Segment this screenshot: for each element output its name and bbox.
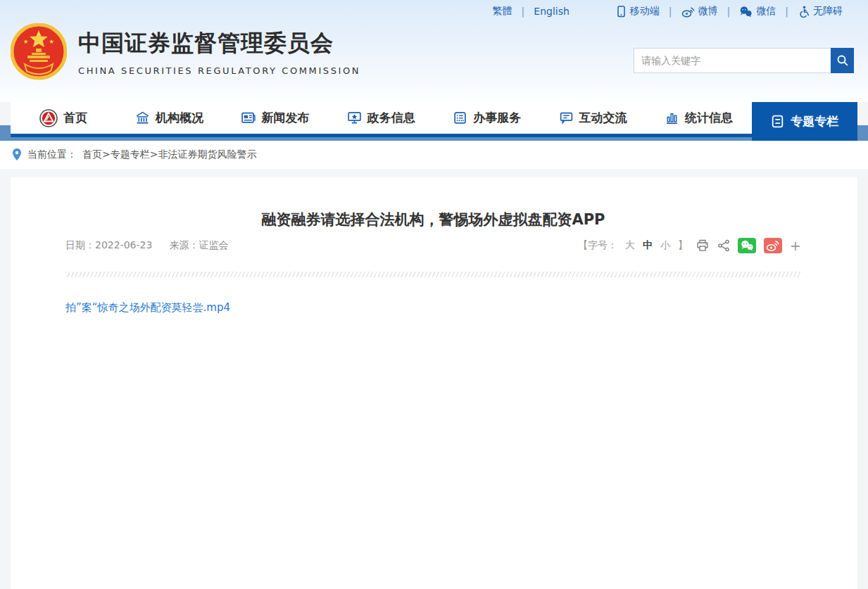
special-topics-icon: [770, 114, 785, 129]
font-size-small-button[interactable]: 小: [660, 239, 670, 252]
article-source: 来源：证监会: [169, 239, 228, 252]
print-icon[interactable]: [696, 239, 710, 253]
nav-label: 统计信息: [685, 110, 733, 126]
wechat-icon: [739, 6, 753, 18]
article-meta: 日期：2022-06-23 来源：证监会: [65, 239, 228, 252]
more-share-button[interactable]: +: [790, 239, 801, 253]
location-pin-icon: [11, 148, 23, 162]
gov-info-icon: [347, 110, 362, 125]
hatched-divider: [65, 272, 801, 277]
search-icon: [836, 54, 849, 67]
institution-icon: [135, 110, 150, 125]
article-container: 融资融券请选择合法机构，警惕场外虚拟盘配资APP 日期：2022-06-23 来…: [11, 177, 857, 589]
attachment-video-link[interactable]: 拍”案“惊奇之场外配资莫轻尝.mp4: [65, 301, 230, 315]
nav-label: 互动交流: [579, 110, 627, 126]
nav-item-home[interactable]: 首页: [11, 102, 116, 137]
separator: |: [785, 6, 788, 17]
nav-label: 机构概况: [156, 110, 203, 126]
mobile-link[interactable]: 移动端: [616, 5, 660, 18]
statistics-icon: [665, 110, 679, 125]
article-meta-row: 日期：2022-06-23 来源：证监会 【字号： 大 中 小 】 +: [65, 238, 801, 253]
site-search: [634, 48, 854, 73]
national-emblem-logo: [11, 23, 67, 81]
brand-area: 中国证券监督管理委员会 CHINA SECURITIES REGULATORY …: [11, 23, 360, 81]
weibo-icon: [681, 6, 695, 18]
page-header: 繁體 | English 移动端 | 微博 | 微信 |: [0, 0, 868, 102]
nav-label: 办事服务: [473, 110, 521, 126]
traditional-chinese-link[interactable]: 繁體: [493, 5, 512, 18]
separator: |: [669, 6, 672, 17]
news-icon: [241, 110, 256, 125]
csrc-seal-icon: [39, 109, 58, 127]
article-date: 日期：2022-06-23: [65, 239, 152, 252]
services-icon: [453, 110, 467, 125]
share-icon[interactable]: [717, 239, 730, 252]
mobile-phone-icon: [616, 6, 627, 18]
interaction-icon: [559, 110, 574, 125]
font-size-suffix: 】: [678, 239, 688, 252]
nav-item-gov-info[interactable]: 政务信息: [328, 102, 434, 137]
nav-item-statistics[interactable]: 统计信息: [646, 102, 751, 137]
separator: |: [727, 6, 731, 17]
accessibility-link[interactable]: 无障碍: [798, 5, 843, 18]
wechat-link[interactable]: 微信: [739, 5, 776, 18]
nav-item-services[interactable]: 办事服务: [434, 102, 540, 137]
wechat-share-icon[interactable]: [738, 238, 756, 253]
weibo-share-icon[interactable]: [764, 238, 782, 253]
english-link[interactable]: English: [534, 6, 570, 17]
main-navigation: 首页 机构概况 新闻发布 政务信息 办事服务 互动交流 统计信息: [11, 102, 857, 141]
site-title-en: CHINA SECURITIES REGULATORY COMMISSION: [78, 65, 360, 76]
separator: |: [522, 6, 525, 17]
nav-item-news[interactable]: 新闻发布: [222, 102, 328, 137]
nav-label: 政务信息: [367, 110, 415, 126]
breadcrumb-path[interactable]: 首页>专题专栏>非法证券期货风险警示: [82, 148, 256, 161]
accessibility-icon: [798, 6, 810, 18]
nav-label: 专题专栏: [791, 113, 838, 129]
top-utility-bar: 繁體 | English 移动端 | 微博 | 微信 |: [493, 3, 843, 20]
font-size-large-button[interactable]: 大: [625, 239, 635, 252]
nav-item-interaction[interactable]: 互动交流: [540, 102, 646, 137]
font-size-medium-button[interactable]: 中: [643, 239, 653, 252]
nav-label: 首页: [63, 110, 87, 126]
font-size-prefix: 【字号：: [578, 239, 617, 252]
site-title-cn: 中国证券监督管理委员会: [78, 28, 360, 59]
breadcrumb: 当前位置： 首页>专题专栏>非法证券期货风险警示: [0, 141, 868, 169]
weibo-link[interactable]: 微博: [681, 5, 718, 18]
site-title-block: 中国证券监督管理委员会 CHINA SECURITIES REGULATORY …: [78, 28, 360, 76]
breadcrumb-prefix: 当前位置：: [27, 148, 77, 161]
nav-label: 新闻发布: [261, 110, 309, 126]
article-title: 融资融券请选择合法机构，警惕场外虚拟盘配资APP: [65, 210, 801, 229]
nav-item-special-topics[interactable]: 专题专栏: [752, 102, 857, 141]
search-button[interactable]: [831, 48, 854, 73]
search-input[interactable]: [634, 48, 831, 73]
article-tools: 【字号： 大 中 小 】 +: [578, 238, 801, 253]
nav-item-about[interactable]: 机构概况: [116, 102, 222, 137]
